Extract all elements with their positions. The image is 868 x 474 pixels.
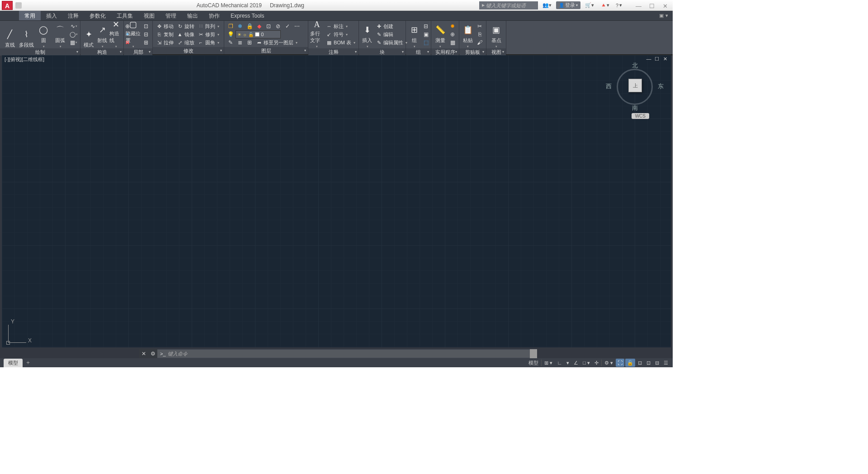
hide-position-button[interactable]: ▢隐藏位置 bbox=[126, 22, 141, 48]
partial-tool-1[interactable]: ⊡ bbox=[142, 22, 151, 30]
view-cube[interactable]: 上 北 南 东 西 bbox=[612, 64, 657, 109]
rotate-button[interactable]: ↻旋转 bbox=[175, 22, 196, 30]
viewcube-east[interactable]: 东 bbox=[658, 82, 664, 90]
tab-annotate[interactable]: 注释 bbox=[62, 11, 84, 20]
dimension-button[interactable]: ↔标注 bbox=[325, 22, 357, 30]
command-input[interactable]: >_ 键入命令 bbox=[157, 350, 533, 358]
paste-button[interactable]: 📋粘贴 bbox=[461, 22, 474, 48]
status-model-button[interactable]: 模型 bbox=[527, 359, 540, 367]
featured-apps-icon[interactable]: ▣ bbox=[659, 13, 664, 19]
ungroup-button[interactable]: ⊟ bbox=[421, 22, 430, 30]
scale-button[interactable]: ⤢缩放 bbox=[175, 38, 196, 47]
measure-button[interactable]: 📏测量 bbox=[433, 22, 447, 48]
layer-on-button[interactable]: ✓ bbox=[283, 22, 292, 30]
layer-off-button[interactable]: ⊘ bbox=[274, 22, 283, 30]
viewport-minimize-icon[interactable]: — bbox=[646, 56, 652, 62]
layer-tool-c[interactable]: ⊞ bbox=[245, 38, 254, 47]
help-button[interactable]: ?▾ bbox=[614, 1, 624, 9]
tab-toolset[interactable]: 工具集 bbox=[111, 11, 138, 20]
layer-lock-button[interactable]: 🔒 bbox=[245, 22, 254, 30]
group-edit-button[interactable]: ▣ bbox=[421, 30, 430, 38]
tab-collab[interactable]: 协作 bbox=[203, 11, 225, 20]
tab-view[interactable]: 视图 bbox=[138, 11, 160, 20]
util-2[interactable]: ⊕ bbox=[448, 30, 457, 38]
copy-clip-button[interactable]: ⎘ bbox=[475, 30, 484, 38]
layer-combo[interactable]: ☀ ☼ 🔓 0 bbox=[236, 30, 281, 38]
edit-attr-button[interactable]: ✎编辑属性 bbox=[374, 38, 409, 47]
app-menu-button[interactable]: A bbox=[2, 1, 13, 10]
status-ortho-toggle[interactable]: ▾ bbox=[565, 359, 571, 367]
layer-tool-b[interactable]: ≣ bbox=[236, 38, 245, 47]
cmdline-close-button[interactable]: ✕ bbox=[139, 349, 148, 358]
panel-title-annotate[interactable]: 注释 bbox=[308, 48, 359, 56]
cmdline-options-button[interactable]: ⚙ bbox=[148, 349, 157, 358]
panel-title-draw[interactable]: 绘制 bbox=[0, 48, 80, 56]
ribbon-minimize-icon[interactable]: ▾ bbox=[665, 13, 668, 19]
status-units[interactable]: ⊡ bbox=[636, 359, 644, 367]
status-hardware-accel[interactable]: ⊟ bbox=[653, 359, 661, 367]
tab-home[interactable]: 常用 bbox=[19, 11, 41, 20]
cmdline-scroll-up[interactable] bbox=[530, 349, 537, 358]
search-input[interactable]: 键入关键字或短语 bbox=[479, 1, 538, 9]
partial-tool-2[interactable]: ⊟ bbox=[142, 30, 151, 38]
bom-button[interactable]: ▦BOM 表 bbox=[325, 38, 357, 47]
viewcube-south[interactable]: 南 bbox=[632, 104, 638, 112]
panel-title-construct[interactable]: 构造 bbox=[80, 48, 123, 56]
panel-title-layer[interactable]: 图层 bbox=[224, 47, 308, 54]
ray-button[interactable]: ↗射线 bbox=[96, 22, 108, 48]
circle-button[interactable]: ◯圆 bbox=[36, 22, 52, 48]
move-to-layer-button[interactable]: ➦移至另一图层 bbox=[255, 38, 299, 47]
group-select-button[interactable]: ⬚ bbox=[421, 38, 430, 47]
spline-button[interactable]: ∿ bbox=[69, 22, 78, 30]
trim-button[interactable]: ✂修剪 bbox=[196, 30, 221, 38]
arc-button[interactable]: ⌒圆弧 bbox=[52, 22, 68, 48]
partial-tool-3[interactable]: ⊞ bbox=[142, 38, 151, 47]
panel-title-clipboard[interactable]: 剪贴板 bbox=[459, 48, 486, 56]
viewport-maximize-icon[interactable]: ☐ bbox=[654, 56, 660, 62]
layer-freeze-button[interactable]: ❄ bbox=[236, 22, 245, 30]
tab-parametric[interactable]: 参数化 bbox=[84, 11, 111, 20]
layer-color-button[interactable]: ◆ bbox=[255, 22, 264, 30]
status-osnap-toggle[interactable]: □ ▾ bbox=[581, 359, 592, 367]
wcs-badge[interactable]: WCS bbox=[632, 113, 649, 119]
infocenter-button[interactable]: 👥▾ bbox=[541, 1, 553, 9]
status-annotation-toggle[interactable]: ⛶ bbox=[616, 359, 624, 367]
layer-state-button[interactable]: 💡 bbox=[226, 30, 235, 38]
edit-block-button[interactable]: ✎编辑 bbox=[374, 30, 409, 38]
tab-output[interactable]: 输出 bbox=[182, 11, 203, 20]
signin-button[interactable]: 登录▾ bbox=[556, 1, 580, 9]
status-annotation-scale[interactable]: 🔓 bbox=[625, 359, 635, 367]
leader-button[interactable]: ↙符号 bbox=[325, 30, 357, 38]
tab-insert[interactable]: 插入 bbox=[41, 11, 62, 20]
mirror-button[interactable]: ▲镜像 bbox=[175, 30, 196, 38]
mtext-button[interactable]: A多行文字 bbox=[310, 22, 324, 48]
status-lwt-toggle[interactable]: ✢ bbox=[593, 359, 600, 367]
exchange-apps-button[interactable]: 🛒▾ bbox=[583, 1, 596, 9]
line-button[interactable]: ╱直线 bbox=[2, 22, 18, 48]
tab-express[interactable]: Express Tools bbox=[225, 11, 269, 20]
maximize-button[interactable]: ☐ bbox=[649, 3, 655, 8]
status-isolate[interactable]: ⊡ bbox=[645, 359, 652, 367]
panel-title-view[interactable]: 视图 bbox=[486, 48, 506, 56]
status-polar-toggle[interactable]: ∠ bbox=[572, 359, 580, 367]
group-button[interactable]: ⊞组 bbox=[408, 22, 420, 48]
command-line[interactable]: ✕ ⚙ >_ 键入命令 bbox=[139, 349, 533, 358]
viewcube-west[interactable]: 西 bbox=[606, 82, 612, 90]
layer-more-button[interactable]: ⋯ bbox=[292, 22, 302, 30]
panel-title-group[interactable]: 组 bbox=[406, 48, 431, 56]
viewport-close-icon[interactable]: ✕ bbox=[662, 56, 668, 62]
status-workspace[interactable]: ⚙ ▾ bbox=[603, 359, 615, 367]
cut-button[interactable]: ✂ bbox=[475, 22, 484, 30]
close-button[interactable]: ✕ bbox=[663, 3, 668, 8]
stretch-button[interactable]: ⇲拉伸 bbox=[155, 38, 175, 47]
create-block-button[interactable]: ✚创建 bbox=[374, 22, 409, 30]
ellipse-button[interactable]: ◯ bbox=[69, 30, 78, 38]
drawing-canvas[interactable]: [-][俯视][二维线框] — ☐ ✕ Y X 上 北 南 东 西 WCS bbox=[2, 55, 671, 347]
panel-title-partial[interactable]: 局部 bbox=[124, 48, 152, 56]
qat-item[interactable] bbox=[15, 2, 22, 9]
copy-button[interactable]: ⎘复制 bbox=[155, 30, 175, 38]
panel-title-modify[interactable]: 修改 bbox=[153, 47, 224, 54]
matchprop-button[interactable]: 🖌 bbox=[475, 38, 484, 47]
viewcube-top-face[interactable]: 上 bbox=[628, 79, 642, 92]
layer-iso-button[interactable]: ⊡ bbox=[264, 22, 273, 30]
